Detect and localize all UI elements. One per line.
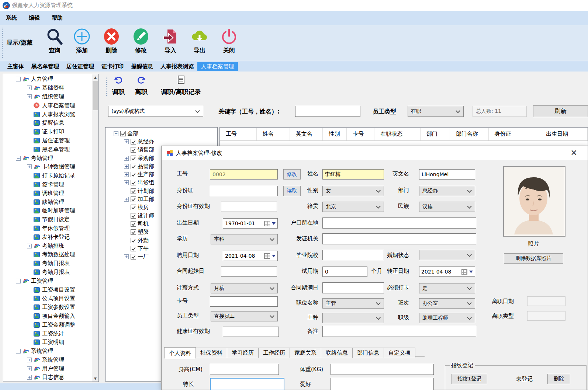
column-header[interactable]: 工号 (220, 128, 257, 140)
dept-tree-item[interactable]: +总经办 (106, 137, 217, 146)
checked-checkbox-icon[interactable] (131, 188, 136, 194)
format-select[interactable]: (sys)系统格式 (108, 106, 203, 117)
tab-residence-permit[interactable]: 居住证管理 (63, 62, 98, 71)
collapse-icon[interactable]: − (16, 349, 21, 354)
scrollbar-thumb[interactable] (93, 81, 98, 110)
nav-tree-item[interactable]: −系统管理 (3, 347, 92, 356)
nav-tree-item[interactable]: 缺勤管理 (3, 198, 92, 206)
id-card-field[interactable] (210, 186, 278, 196)
weight-field[interactable] (331, 364, 434, 375)
checked-checkbox-icon[interactable] (131, 205, 136, 210)
keyword-input[interactable] (295, 106, 360, 117)
rank-select[interactable]: 助理工程师 (419, 313, 475, 323)
nav-tree-item[interactable]: 工资参数设置 (3, 303, 92, 312)
nav-tree-item[interactable]: 调班管理 (3, 189, 92, 198)
nav-tree-item[interactable]: 工资统计 (3, 329, 92, 338)
column-header[interactable]: 卡号 (347, 128, 374, 140)
column-header[interactable]: 身份证 (489, 128, 540, 140)
nav-tree-item[interactable]: 项目金额输入 (3, 312, 92, 321)
checked-checkbox-icon[interactable] (131, 147, 136, 153)
transfer-button[interactable]: 调职 (109, 76, 128, 96)
expand-icon[interactable]: + (124, 180, 129, 185)
expand-icon[interactable]: + (124, 156, 129, 161)
remark-field[interactable] (322, 326, 476, 337)
shift-select[interactable]: 办公室 (419, 298, 475, 309)
fingerprint-register-button[interactable]: 指纹1登记 (452, 374, 487, 384)
export-button[interactable]: 导出 (188, 27, 211, 59)
checked-checkbox-icon[interactable] (120, 131, 126, 136)
dialog-close-icon[interactable]: ✕ (571, 148, 577, 157)
en-name-field[interactable]: LiHongMei (419, 169, 475, 180)
tab-hr-archive[interactable]: 人事档案管理 (197, 62, 238, 71)
probation-field[interactable]: 0 (322, 267, 367, 277)
residence-field[interactable] (322, 217, 476, 229)
nav-tree-item[interactable]: 人事档案管理 (3, 101, 92, 110)
emp-type-select-dlg[interactable]: 直接员工 (211, 311, 278, 321)
gender-select[interactable]: 女 (322, 186, 384, 196)
expand-icon[interactable]: + (27, 86, 32, 90)
pay-type-select[interactable]: 月薪 (211, 283, 278, 293)
nav-tree-item[interactable]: 年休假管理 (3, 224, 92, 233)
checked-checkbox-icon[interactable] (131, 164, 136, 169)
nav-tree-item[interactable]: 发补卡登记 (3, 233, 92, 241)
checked-checkbox-icon[interactable] (131, 238, 136, 243)
position-select[interactable]: 主管 (322, 298, 384, 309)
hobby-field[interactable] (331, 378, 434, 390)
ethnic-select[interactable]: 汉族 (419, 202, 475, 212)
nav-tree-item[interactable]: +考勤排班 (3, 241, 92, 250)
expand-icon[interactable]: + (27, 366, 32, 371)
must-punch-select[interactable]: 是 (419, 283, 475, 293)
nav-tree-item[interactable]: +系统管理 (3, 356, 92, 365)
collapse-icon[interactable]: − (16, 279, 21, 283)
expand-icon[interactable]: + (27, 244, 32, 248)
delete-photo-button[interactable]: 删除数据库照片 (504, 253, 563, 264)
birth-datepicker[interactable]: 1970-01-01 (223, 218, 278, 229)
tab-blacklist[interactable]: 黑名单管理 (28, 62, 63, 71)
contract-start-field[interactable] (221, 267, 277, 277)
tab-family[interactable]: 家庭关系 (290, 348, 321, 358)
checked-checkbox-icon[interactable] (131, 139, 136, 144)
expand-icon[interactable]: + (124, 164, 129, 169)
nav-scrollbar[interactable]: ▲ ▼ (92, 74, 98, 382)
education-select[interactable]: 本科 (211, 234, 278, 244)
nav-tree-item[interactable]: 签卡管理 (3, 180, 92, 189)
nav-tree-item[interactable]: 黑名单管理 (3, 145, 92, 154)
height-field[interactable] (210, 364, 279, 375)
tab-hr-report[interactable]: 人事报表浏览 (157, 62, 197, 71)
nav-tree-item[interactable]: +组织管理 (3, 93, 92, 101)
tab-work-history[interactable]: 工作经历 (259, 348, 290, 358)
nav-tree-item[interactable]: 工资项目设置 (3, 285, 92, 294)
work-type-select[interactable] (322, 313, 384, 323)
tab-personal-info[interactable]: 个人资料 (164, 347, 196, 359)
refresh-button[interactable]: 刷新 (533, 105, 588, 117)
nav-tree-item[interactable]: +基础资料 (3, 84, 92, 93)
scroll-down-icon[interactable]: ▼ (92, 375, 98, 382)
collapse-icon[interactable]: − (16, 77, 21, 81)
emp-no-field[interactable]: 0002 (210, 169, 278, 180)
checked-checkbox-icon[interactable] (131, 213, 136, 219)
regular-datepicker[interactable]: 2021-04-08 (419, 267, 475, 277)
nav-tree-item[interactable]: 人事报表浏览 (3, 110, 92, 119)
specialty-field[interactable] (210, 378, 284, 390)
expand-icon[interactable]: + (124, 139, 129, 144)
expand-icon[interactable]: + (124, 172, 129, 177)
column-header[interactable]: 姓名 (257, 128, 290, 140)
column-header[interactable]: 部门 (421, 128, 450, 140)
name-field[interactable]: 李红梅 (322, 169, 384, 180)
checked-checkbox-icon[interactable] (131, 180, 136, 185)
nav-tree-item[interactable]: 考勤月报表 (3, 268, 92, 277)
nav-tree-item[interactable]: +用户管理 (3, 364, 92, 373)
nav-tree-item[interactable]: 考勤数据处理 (3, 250, 92, 259)
id-valid-field[interactable] (221, 202, 277, 212)
menu-edit[interactable]: 编辑 (23, 12, 46, 24)
column-header[interactable]: 部门名称 (450, 128, 489, 140)
expand-icon[interactable]: + (27, 164, 32, 169)
contract-end-field[interactable] (322, 282, 384, 293)
checked-checkbox-icon[interactable] (131, 196, 136, 202)
tab-custom-fields[interactable]: 自定义项 (384, 348, 415, 358)
resign-button[interactable]: 离职 (132, 76, 151, 96)
nav-tree-item[interactable]: 工资金额调整 (3, 320, 92, 329)
expand-icon[interactable]: + (124, 197, 129, 202)
nav-tree-item[interactable]: 考勤日报表 (3, 259, 92, 268)
expand-icon[interactable]: + (124, 254, 129, 259)
